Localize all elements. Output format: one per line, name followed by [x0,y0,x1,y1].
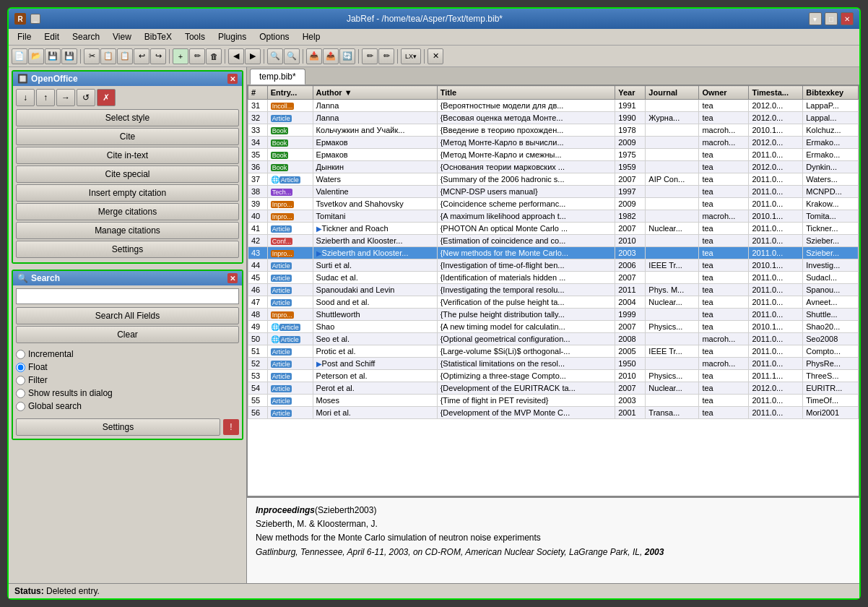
menu-tools[interactable]: Tools [179,30,211,43]
col-year[interactable]: Year [615,86,646,100]
search-all-fields-button[interactable]: Search All Fields [16,307,239,324]
radio-filter[interactable]: Filter [16,374,239,387]
table-row[interactable]: 39 Inpro... Tsvetkov and Shahovsky {Coin… [248,198,859,210]
table-row[interactable]: 41 Article ▶Tickner and Roach {PHOTON An… [248,223,859,235]
table-row[interactable]: 49 🌐Article Shao {A new timing model for… [248,321,859,333]
tb-fetch2[interactable]: 📤 [323,48,339,64]
radio-show-in-dialog[interactable]: Show results in dialog [16,387,239,400]
col-timestamp[interactable]: Timesta... [749,86,803,100]
table-row[interactable]: 32 Article Лanna {Весовая оценка метода … [248,112,859,124]
tb-paste[interactable]: 📋 [117,48,133,64]
radio-incremental[interactable]: Incremental [16,348,239,361]
insert-empty-citation-button[interactable]: Insert empty citation [16,184,239,202]
entries-table-container[interactable]: # Entry... Author ▼ Title Year Journal O… [247,85,859,496]
col-entry[interactable]: Entry... [267,86,313,100]
table-row[interactable]: 34 Book Ермаков {Метод Монте-Карло в выч… [248,137,859,149]
tb-sync[interactable]: 🔄 [339,48,355,64]
cite-button[interactable]: Cite [16,128,239,145]
search-settings-button[interactable]: Settings [16,418,220,436]
tb-edit[interactable]: ✏ [189,48,205,64]
oo-settings-button[interactable]: Settings [16,241,239,258]
tb-cut[interactable]: ✂ [84,48,100,64]
tab-temp-bib[interactable]: temp.bib* [250,69,305,85]
tb-fetch[interactable]: 📥 [306,48,322,64]
table-row[interactable]: 36 Book Дынкин {Основания теории марковс… [248,161,859,173]
col-bibtexkey[interactable]: Bibtexkey [803,86,859,100]
menu-options[interactable]: Options [253,30,295,43]
cell-timestamp: 2011.0... [749,284,803,296]
menu-plugins[interactable]: Plugins [212,30,252,43]
close-button[interactable]: ✕ [841,12,854,25]
menu-view[interactable]: View [107,30,137,43]
tb-search[interactable]: 🔍 [267,48,283,64]
table-row[interactable]: 38 Tech... Valentine {MCNP-DSP users man… [248,186,859,198]
cite-in-text-button[interactable]: Cite in-text [16,147,239,164]
menu-help[interactable]: Help [297,30,326,43]
tb-mark[interactable]: ✏ [378,48,394,64]
col-title[interactable]: Title [437,86,615,100]
tb-add[interactable]: + [173,48,188,64]
table-row[interactable]: 50 🌐Article Seo et al. {Optional geometr… [248,333,859,345]
select-style-button[interactable]: Select style [16,109,239,126]
table-row[interactable]: 31 Incoll... Лanna {Вероятностные модели… [248,100,859,112]
openoffice-close[interactable]: ✕ [227,74,238,84]
menu-edit[interactable]: Edit [38,30,65,43]
tb-delete[interactable]: 🗑 [206,48,222,64]
main-window: R _ JabRef - /home/tea/Asper/Text/temp.b… [7,7,861,600]
clear-search-button[interactable]: Clear [16,326,239,343]
table-row[interactable]: 43 Inpro... ▶Szieberth and Klooster... {… [248,247,859,259]
search-input[interactable] [16,288,239,304]
minimize-btn[interactable]: _ [30,14,40,24]
col-journal[interactable]: Journal [646,86,699,100]
table-row[interactable]: 35 Book Ермаков {Метод Монте-Карло и сме… [248,149,859,161]
manage-citations-button[interactable]: Manage citations [16,222,239,239]
tb-open[interactable]: 📂 [28,48,44,64]
table-row[interactable]: 46 Article Spanoudaki and Levin {Investi… [248,284,859,296]
tb-forward[interactable]: ▶ [245,48,261,64]
radio-float[interactable]: Float [16,361,239,374]
table-row[interactable]: 55 Article Moses {Time of flight in PET … [248,395,859,407]
oo-btn-refresh[interactable]: ↺ [77,89,95,106]
tb-highlight[interactable]: ✏ [362,48,378,64]
radio-global-search[interactable]: Global search [16,400,239,413]
tb-back[interactable]: ◀ [228,48,244,64]
table-row[interactable]: 45 Article Sudac et al. {Identification … [248,272,859,284]
tb-search-alt[interactable]: 🔍 [284,48,300,64]
maximize-button[interactable]: □ [825,12,838,25]
tb-copy[interactable]: 📋 [100,48,116,64]
window-title: JabRef - /home/tea/Asper/Text/temp.bib* [347,14,503,24]
table-row[interactable]: 44 Article Surti et al. {Investigation o… [248,259,859,272]
minimize-button[interactable]: ▾ [809,12,822,25]
table-row[interactable]: 37 🌐Article Waters {Summary of the 2006 … [248,173,859,186]
tb-save-all[interactable]: 💾 [61,48,77,64]
col-author[interactable]: Author ▼ [313,86,437,100]
table-row[interactable]: 40 Inpro... Tomitani {A maximum likeliho… [248,210,859,223]
table-row[interactable]: 52 Article ▶Post and Schiff {Statistical… [248,358,859,370]
table-row[interactable]: 47 Article Sood and et al. {Verification… [248,296,859,309]
table-row[interactable]: 56 Article Mori et al. {Development of t… [248,407,859,419]
menu-bibtex[interactable]: BibTeX [139,30,178,43]
merge-citations-button[interactable]: Merge citations [16,203,239,220]
search-close[interactable]: ✕ [227,273,238,283]
table-row[interactable]: 33 Book Кольчужкин and Учайк... {Введени… [248,124,859,137]
tb-x[interactable]: ✕ [428,48,443,64]
oo-btn-down[interactable]: ↓ [16,89,35,106]
col-owner[interactable]: Owner [699,86,749,100]
menu-search[interactable]: Search [66,30,105,43]
oo-btn-up[interactable]: ↑ [36,89,55,106]
table-row[interactable]: 54 Article Perot et al. {Development of … [248,382,859,395]
cite-special-button[interactable]: Cite special [16,165,239,183]
table-row[interactable]: 42 Conf... Szieberth and Klooster... {Es… [248,235,859,247]
oo-btn-error[interactable]: ✗ [97,89,116,106]
tb-new[interactable]: 📄 [12,48,27,64]
preview-panel: Inproceedings(Szieberth2003) Szieberth, … [247,496,859,583]
tb-latex[interactable]: LX▾ [401,48,421,64]
table-row[interactable]: 51 Article Protic et al. {Large-volume $… [248,345,859,358]
menu-file[interactable]: File [12,30,37,43]
tb-save[interactable]: 💾 [45,48,61,64]
tb-redo[interactable]: ↪ [150,48,166,64]
tb-undo[interactable]: ↩ [134,48,149,64]
oo-btn-right[interactable]: → [56,89,75,106]
table-row[interactable]: 48 Inpro... Shuttleworth {The pulse heig… [248,309,859,321]
table-row[interactable]: 53 Article Peterson et al. {Optimizing a… [248,370,859,382]
